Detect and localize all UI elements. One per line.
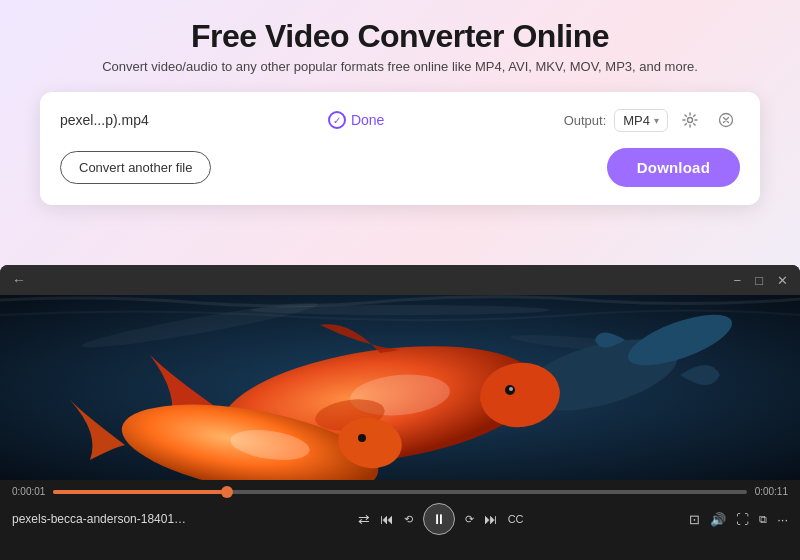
- close-icon[interactable]: [712, 106, 740, 134]
- screen-icon[interactable]: ⊡: [689, 512, 700, 527]
- video-controls: 0:00:01 0:00:11 pexels-becca-anderson-18…: [0, 480, 800, 539]
- window-close-button[interactable]: ✕: [777, 274, 788, 287]
- current-time: 0:00:01: [12, 486, 45, 497]
- convert-another-button[interactable]: Convert another file: [60, 151, 211, 184]
- fullscreen-icon[interactable]: ⛶: [736, 512, 749, 527]
- status-done: ✓ Done: [328, 111, 384, 129]
- minimize-button[interactable]: −: [734, 274, 742, 287]
- volume-icon[interactable]: 🔊: [710, 512, 726, 527]
- file-name: pexel...p).mp4: [60, 112, 149, 128]
- download-button[interactable]: Download: [607, 148, 740, 187]
- maximize-button[interactable]: □: [755, 274, 763, 287]
- video-player-window: ← − □ ✕: [0, 265, 800, 560]
- fish-scene: [0, 295, 800, 480]
- chevron-down-icon: ▾: [654, 115, 659, 126]
- total-time: 0:00:11: [755, 486, 788, 497]
- page-subtitle: Convert video/audio to any other popular…: [20, 59, 780, 74]
- previous-icon[interactable]: ⏮: [380, 511, 394, 527]
- page-header: Free Video Converter Online Convert vide…: [0, 0, 800, 82]
- play-pause-button[interactable]: ⏸: [423, 503, 455, 535]
- output-area: Output: MP4 ▾: [564, 106, 740, 134]
- progress-thumb: [221, 486, 233, 498]
- format-select[interactable]: MP4 ▾: [614, 109, 668, 132]
- svg-point-0: [688, 118, 693, 123]
- status-label: Done: [351, 112, 384, 128]
- output-label: Output:: [564, 113, 607, 128]
- right-controls: ⊡ 🔊 ⛶ ⧉ ···: [689, 512, 788, 527]
- converter-panel: pexel...p).mp4 ✓ Done Output: MP4 ▾: [40, 92, 760, 205]
- check-icon: ✓: [328, 111, 346, 129]
- settings-gear-button[interactable]: [676, 106, 704, 134]
- page-title: Free Video Converter Online: [20, 18, 780, 55]
- progress-bar-fill: [53, 490, 226, 494]
- shuffle-icon[interactable]: ⇄: [358, 511, 370, 527]
- svg-point-15: [358, 434, 366, 442]
- playback-controls: ⇄ ⏮ ⟲ ⏸ ⟳ ⏭ CC: [198, 503, 683, 535]
- rewind-icon[interactable]: ⟲: [404, 513, 413, 526]
- pip-icon[interactable]: ⧉: [759, 513, 767, 526]
- panel-bottom-row: Convert another file Download: [60, 148, 740, 187]
- titlebar-left: ←: [12, 272, 26, 288]
- svg-point-12: [509, 387, 513, 391]
- progress-row: 0:00:01 0:00:11: [12, 486, 788, 497]
- progress-bar-track[interactable]: [53, 490, 746, 494]
- forward-icon[interactable]: ⟳: [465, 513, 474, 526]
- video-file-label: pexels-becca-anderson-1840110...: [12, 512, 192, 526]
- more-icon[interactable]: ···: [777, 512, 788, 527]
- titlebar-right: − □ ✕: [734, 274, 788, 287]
- next-icon[interactable]: ⏭: [484, 511, 498, 527]
- window-titlebar: ← − □ ✕: [0, 265, 800, 295]
- subtitles-icon[interactable]: CC: [508, 513, 524, 525]
- panel-top-row: pexel...p).mp4 ✓ Done Output: MP4 ▾: [60, 106, 740, 134]
- format-value: MP4: [623, 113, 650, 128]
- back-arrow-icon[interactable]: ←: [12, 272, 26, 288]
- controls-row: pexels-becca-anderson-1840110... ⇄ ⏮ ⟲ ⏸…: [12, 503, 788, 535]
- video-content: [0, 295, 800, 480]
